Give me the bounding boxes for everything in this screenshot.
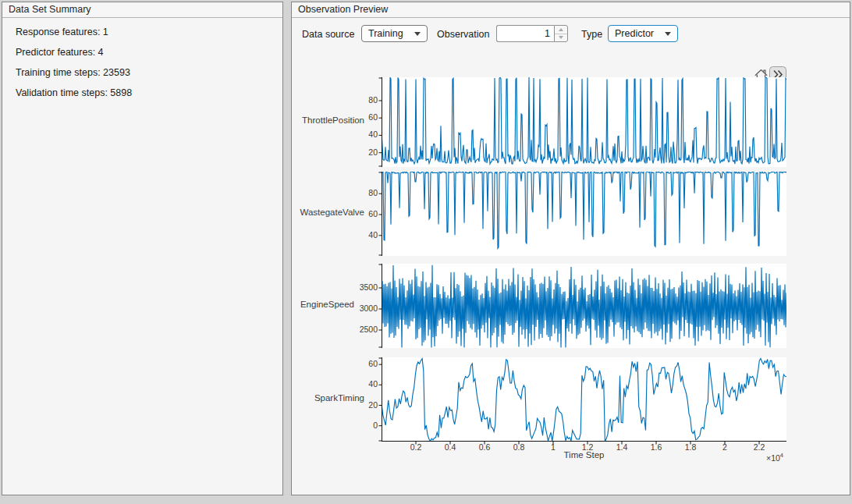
summary-training-time-steps: Training time steps: 23593 (16, 67, 130, 78)
data-source-label: Data source (302, 29, 354, 40)
y-tick-label: 60 (342, 209, 378, 218)
x-tick-label: 1.4 (605, 442, 639, 452)
y-tick-label: 60 (342, 112, 378, 122)
x-tick-label: 2 (708, 442, 742, 452)
y-tick-label: 80 (342, 95, 378, 105)
observation-input[interactable] (496, 25, 554, 42)
observation-spinner (554, 25, 568, 42)
y-tick-label: 0 (342, 421, 378, 430)
x-tick-label: 2.2 (742, 442, 776, 452)
observation-label: Observation (437, 29, 489, 40)
x-tick-label: 0.8 (502, 442, 536, 452)
y-tick-label: 40 (342, 379, 378, 389)
data-source-dropdown[interactable]: Training (361, 25, 428, 42)
summary-validation-time-steps: Validation time steps: 5898 (16, 87, 132, 98)
y-tick-label: 3000 (342, 303, 378, 313)
y-tick-label: 20 (342, 400, 378, 410)
x-tick-label: 0.4 (433, 442, 467, 452)
type-selected-value: Predictor (615, 28, 654, 39)
y-tick-label: 40 (342, 130, 378, 139)
x-tick-label: 1 (536, 442, 570, 452)
data-set-summary-title: Data Set Summary (2, 2, 282, 18)
y-tick-label: 60 (342, 359, 378, 368)
observation-preview-title: Observation Preview (292, 2, 850, 18)
plot-sparktiming[interactable] (374, 357, 786, 446)
y-tick-label: 40 (342, 230, 378, 240)
app-window: { "window": { "bg": "#d4d4d4" }, "left_p… (0, 0, 852, 504)
triangle-up-icon (559, 28, 563, 31)
type-label: Type (581, 29, 602, 40)
summary-predictor-features: Predictor features: 4 (16, 47, 104, 58)
y-tick-label: 2500 (342, 325, 378, 334)
summary-response-features: Response features: 1 (16, 27, 108, 37)
y-tick-label: 80 (342, 188, 378, 197)
chevron-down-icon (665, 32, 671, 36)
spinner-down-button[interactable] (555, 34, 567, 42)
plot-enginespeed[interactable] (374, 264, 786, 353)
x-tick-label: 0.2 (399, 442, 433, 452)
x-tick-label: 1.8 (673, 442, 708, 452)
x-tick-label: 0.6 (467, 442, 502, 452)
chevron-down-icon (414, 32, 421, 36)
type-dropdown[interactable]: Predictor (608, 25, 678, 42)
y-tick-label: 3500 (342, 282, 378, 292)
plot-wastegatevalve[interactable] (374, 172, 786, 261)
data-set-summary-panel: Data Set Summary Response features: 1 Pr… (2, 2, 283, 495)
x-tick-label: 1.2 (570, 442, 605, 452)
data-source-selected-value: Training (368, 28, 403, 39)
y-tick-label: 20 (342, 147, 378, 157)
triangle-down-icon (559, 36, 563, 39)
plot-throttleposition[interactable] (374, 77, 786, 172)
x-tick-label: 1.6 (639, 442, 673, 452)
observation-preview-panel: Observation Preview Data source Training… (291, 2, 850, 495)
spinner-up-button[interactable] (555, 26, 567, 34)
x-axis-multiplier: ×104 (382, 452, 783, 463)
